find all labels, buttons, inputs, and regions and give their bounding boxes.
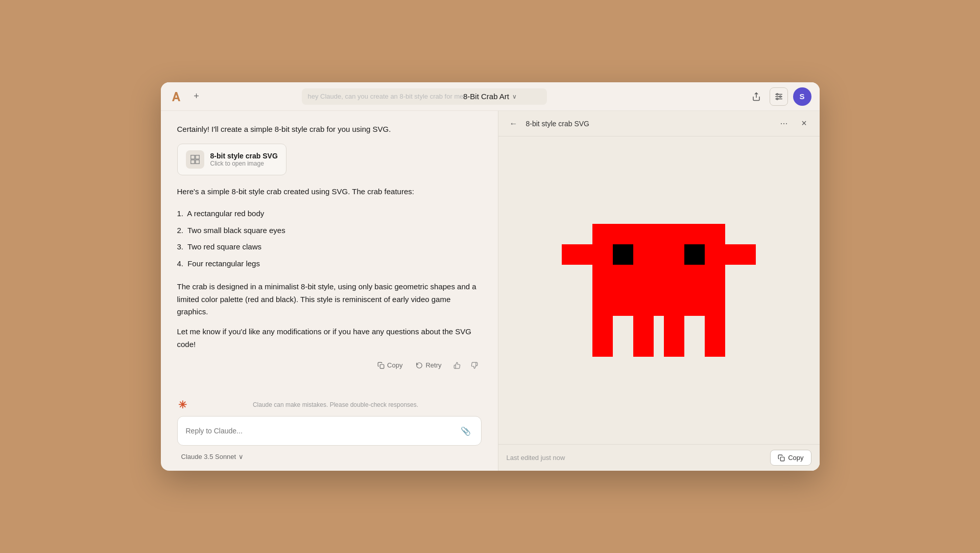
model-selector[interactable]: Claude 3.5 Sonnet ∨ [177,451,482,463]
svg-rect-21 [705,316,725,357]
copy-message-button[interactable]: Copy [372,359,408,372]
preview-title: 8-bit style crab SVG [526,120,771,128]
svg-rect-6 [190,155,194,159]
reply-input[interactable] [186,427,453,435]
preview-content [498,136,820,444]
preview-back-button[interactable]: ← [507,117,521,131]
intro-message: Certainly! I'll create a simple 8-bit st… [177,123,482,135]
svg-rect-7 [195,155,199,159]
svg-point-5 [776,98,778,100]
preview-more-button[interactable]: ··· [776,116,792,131]
svg-rect-17 [592,285,725,316]
svg-rect-18 [592,316,613,357]
svg-rect-14 [592,244,725,285]
svg-rect-11 [562,244,592,265]
features-list: 1. A rectangular red body 2. Two small b… [177,205,482,272]
attach-button[interactable]: 📎 [459,424,473,438]
svg-rect-8 [190,160,194,164]
svg-rect-10 [380,364,384,368]
last-edited-text: Last edited just now [507,454,766,462]
svg-rect-16 [684,244,705,265]
artifact-card-icon [186,150,204,169]
svg-point-4 [779,96,781,97]
svg-rect-12 [725,244,756,265]
svg-point-3 [776,94,778,95]
model-chevron-icon: ∨ [238,453,244,460]
share-button[interactable] [748,88,764,105]
artifact-card[interactable]: 8-bit style crab SVG Click to open image [177,144,286,175]
chevron-down-icon: ∨ [512,93,517,100]
claude-asterisk-icon: ✳ [178,400,187,410]
thumbs-down-button[interactable] [467,358,482,373]
disclaimer-text: Claude can make mistakes. Please double-… [191,401,481,408]
crab-image [562,198,756,382]
avatar[interactable]: S [793,87,811,106]
preview-copy-button[interactable]: Copy [770,450,811,466]
anthropic-icon [169,89,183,104]
artifact-title: 8-bit style crab SVG [210,152,278,160]
svg-rect-13 [592,224,725,244]
conversation-title: 8-Bit Crab Art [463,92,509,101]
svg-rect-20 [664,316,684,357]
preview-close-button[interactable]: × [797,117,811,131]
new-chat-button[interactable]: + [189,89,204,104]
artifact-subtitle: Click to open image [210,160,278,167]
response-intro: Here's a simple 8-bit style crab created… [177,186,482,198]
settings-button[interactable] [770,87,788,106]
svg-rect-9 [195,160,199,164]
anthropic-logo [169,89,183,104]
input-area: 📎 [177,416,482,446]
preview-copy-label: Copy [788,454,803,462]
conclusion-2: Let me know if you'd like any modificati… [177,326,482,351]
retry-button[interactable]: Retry [411,359,446,372]
conclusion-1: The crab is designed in a minimalist 8-b… [177,281,482,318]
svg-rect-19 [633,316,654,357]
svg-rect-22 [780,457,784,461]
svg-rect-15 [613,244,633,265]
thumbs-up-button[interactable] [450,358,464,373]
